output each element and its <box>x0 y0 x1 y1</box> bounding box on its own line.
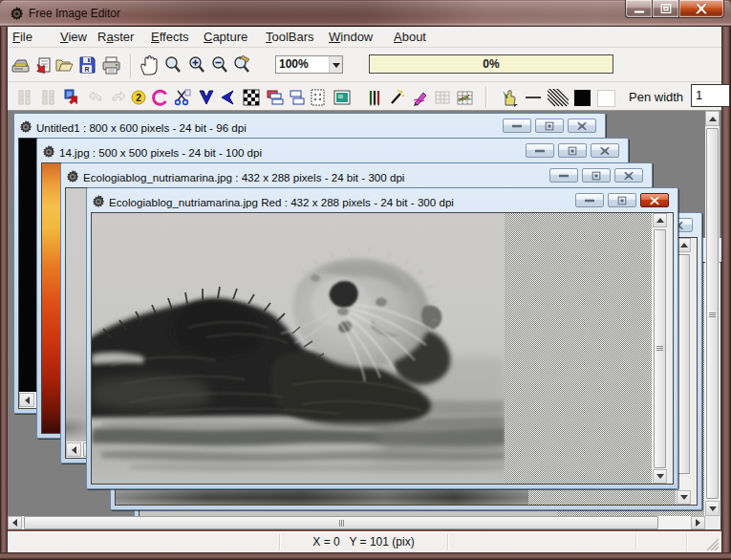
svg-text:2: 2 <box>136 93 141 103</box>
svg-text:R: R <box>84 66 89 73</box>
